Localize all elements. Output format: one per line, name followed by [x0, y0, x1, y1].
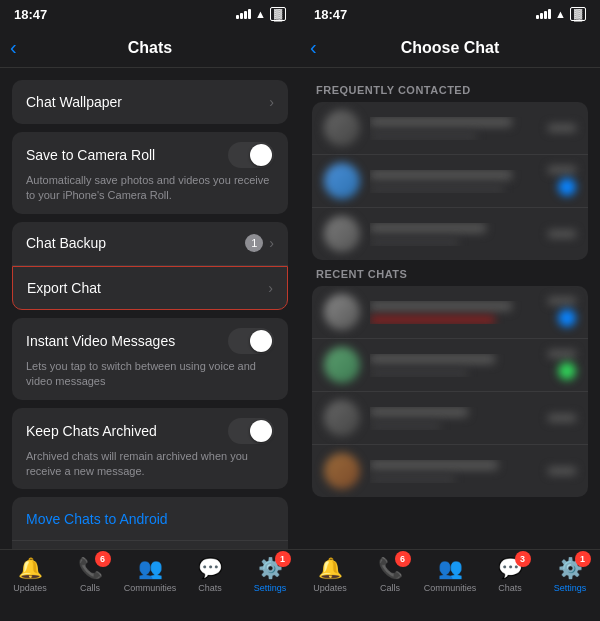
communities-icon-right: 👥 — [438, 557, 463, 579]
tab-bar-right: 🔔 Updates 📞 6 Calls 👥 Communities 💬 3 Ch… — [300, 549, 600, 621]
chat-preview — [370, 316, 495, 324]
chat-preview — [370, 238, 459, 246]
tab-chats-label-right: Chats — [498, 583, 522, 593]
battery-icon-right: ▓ — [570, 7, 586, 21]
instant-video-row: Instant Video Messages — [26, 328, 274, 354]
recent-chats-list — [312, 286, 588, 497]
tab-icon-wrap-communities-r: 👥 — [438, 556, 463, 580]
avatar — [324, 347, 360, 383]
instant-video-section: Instant Video Messages Lets you tap to s… — [12, 318, 288, 400]
export-chat-item[interactable]: Export Chat › — [12, 266, 288, 310]
chat-time — [548, 166, 576, 174]
tab-calls-right[interactable]: 📞 6 Calls — [360, 556, 420, 593]
chat-backup-item[interactable]: Chat Backup 1 › — [12, 222, 288, 266]
list-item[interactable] — [312, 102, 588, 155]
signal-icon-right — [536, 9, 551, 19]
avatar — [324, 400, 360, 436]
tab-icon-wrap-settings: ⚙️ 1 — [258, 556, 283, 580]
chat-meta — [548, 124, 576, 132]
move-to-android-item[interactable]: Move Chats to Android — [12, 497, 288, 541]
frequently-contacted-label: FREQUENTLY CONTACTED — [312, 84, 588, 96]
tab-chats-left[interactable]: 💬 Chats — [180, 556, 240, 593]
tab-chats-right[interactable]: 💬 3 Chats — [480, 556, 540, 593]
chat-time — [548, 467, 576, 475]
status-bar-right: 18:47 ▲ ▓ — [300, 0, 600, 28]
settings-badge: 1 — [275, 551, 291, 567]
chat-meta — [548, 230, 576, 238]
chat-name — [370, 301, 512, 311]
tab-communities-right[interactable]: 👥 Communities — [420, 556, 480, 593]
updates-icon-right: 🔔 — [318, 557, 343, 579]
save-camera-roll-toggle[interactable] — [228, 142, 274, 168]
nav-header-right: ‹ Choose Chat — [300, 28, 600, 68]
unread-badge — [558, 178, 576, 196]
tab-updates-label: Updates — [13, 583, 47, 593]
tab-icon-wrap-updates-r: 🔔 — [318, 556, 343, 580]
wifi-icon: ▲ — [255, 8, 266, 20]
tab-calls-left[interactable]: 📞 6 Calls — [60, 556, 120, 593]
save-camera-roll-desc: Automatically save photos and videos you… — [26, 173, 274, 204]
chat-preview — [370, 185, 504, 193]
tab-communities-label-right: Communities — [424, 583, 477, 593]
chat-info — [370, 223, 548, 246]
content-left: Chat Wallpaper › Save to Camera Roll Aut… — [0, 68, 300, 549]
chat-preview — [370, 369, 468, 377]
tab-settings-label: Settings — [254, 583, 287, 593]
chat-time — [548, 230, 576, 238]
chat-wallpaper-label: Chat Wallpaper — [26, 94, 269, 110]
list-item[interactable] — [312, 445, 588, 497]
instant-video-toggle[interactable] — [228, 328, 274, 354]
avatar — [324, 110, 360, 146]
keep-archived-row: Keep Chats Archived — [26, 418, 274, 444]
keep-archived-label: Keep Chats Archived — [26, 423, 157, 439]
tab-updates-right[interactable]: 🔔 Updates — [300, 556, 360, 593]
list-item[interactable] — [312, 339, 588, 392]
settings-badge-right: 1 — [575, 551, 591, 567]
tab-communities-left[interactable]: 👥 Communities — [120, 556, 180, 593]
tab-bar-left: 🔔 Updates 📞 6 Calls 👥 Communities 💬 Chat… — [0, 549, 300, 621]
page-title-right: Choose Chat — [401, 39, 500, 57]
chat-name — [370, 407, 468, 417]
communities-icon: 👥 — [138, 557, 163, 579]
chevron-icon: › — [269, 235, 274, 251]
list-item[interactable] — [312, 208, 588, 260]
chat-info — [370, 407, 548, 430]
keep-archived-item: Keep Chats Archived Archived chats will … — [12, 408, 288, 490]
back-button-left[interactable]: ‹ — [10, 36, 17, 59]
export-chat-label: Export Chat — [27, 280, 268, 296]
tab-updates-left[interactable]: 🔔 Updates — [0, 556, 60, 593]
toggle-thumb — [250, 330, 272, 352]
tab-settings-label-right: Settings — [554, 583, 587, 593]
avatar — [324, 453, 360, 489]
backup-export-section: Chat Backup 1 › Export Chat › — [12, 222, 288, 310]
avatar — [324, 163, 360, 199]
tab-icon-wrap-chats-r: 💬 3 — [498, 556, 523, 580]
calls-badge-right: 6 — [395, 551, 411, 567]
avatar — [324, 294, 360, 330]
updates-icon: 🔔 — [18, 557, 43, 579]
toggle-thumb — [250, 144, 272, 166]
chevron-icon: › — [269, 94, 274, 110]
save-camera-roll-section: Save to Camera Roll Automatically save p… — [12, 132, 288, 214]
chat-meta — [548, 414, 576, 422]
back-button-right[interactable]: ‹ — [310, 36, 317, 59]
calls-badge: 6 — [95, 551, 111, 567]
chat-name — [370, 117, 512, 127]
move-to-android-label: Move Chats to Android — [26, 511, 168, 527]
unread-badge — [558, 309, 576, 327]
chat-wallpaper-item[interactable]: Chat Wallpaper › — [12, 80, 288, 124]
tab-settings-left[interactable]: ⚙️ 1 Settings — [240, 556, 300, 593]
list-item[interactable] — [312, 155, 588, 208]
list-item[interactable] — [312, 286, 588, 339]
keep-archived-toggle[interactable] — [228, 418, 274, 444]
wifi-icon-right: ▲ — [555, 8, 566, 20]
chat-info — [370, 301, 548, 324]
tab-settings-right[interactable]: ⚙️ 1 Settings — [540, 556, 600, 593]
chat-meta — [548, 467, 576, 475]
chat-name — [370, 354, 495, 364]
transfer-to-iphone-item[interactable]: Transfer Chats to iPhone — [12, 541, 288, 549]
list-item[interactable] — [312, 392, 588, 445]
recent-chats-label: RECENT CHATS — [312, 268, 588, 280]
tab-icon-wrap-calls: 📞 6 — [78, 556, 103, 580]
chat-backup-badge: 1 — [245, 234, 263, 252]
